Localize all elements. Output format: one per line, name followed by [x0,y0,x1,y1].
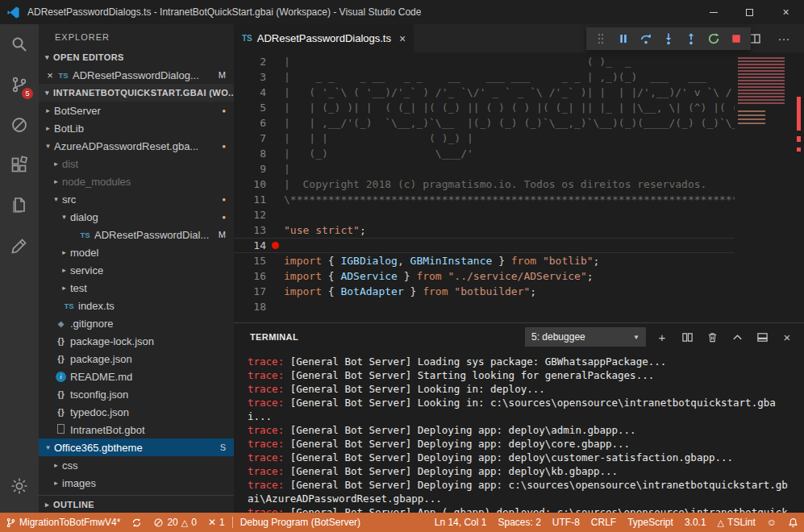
code-line-10[interactable]: 10| Copyright 2018 (c) pragmatismo.io. T… [234,177,735,192]
tree-item-dist[interactable]: ▸dist [39,155,234,172]
tree-item-model[interactable]: ▸model [39,243,234,261]
more-actions-icon[interactable]: ··· [775,30,793,48]
tree-item-botlib[interactable]: ▸BotLib [39,119,234,137]
chevron-right-icon[interactable]: ▸ [50,177,62,185]
restart-button[interactable] [702,27,725,50]
chevron-right-icon[interactable]: ▸ [58,284,70,292]
chevron-right-icon[interactable]: ▸ [58,266,70,274]
chevron-right-icon[interactable]: ▸ [42,124,54,132]
chevron-down-icon[interactable]: ▾ [50,195,62,203]
breakpoint-icon[interactable] [266,242,284,249]
line-number[interactable]: 10 [234,177,266,192]
tree-item-service[interactable]: ▸service [39,261,234,279]
debug-target-status[interactable]: Debug Program (BotServer) [235,513,366,532]
close-window-button[interactable]: × [768,0,804,24]
line-number[interactable]: 5 [234,100,266,115]
step-into-button[interactable] [657,27,680,50]
line-number[interactable]: 16 [234,268,266,284]
close-editor-icon[interactable]: × [44,69,56,81]
code-line-12[interactable]: 12 [234,207,735,222]
line-number[interactable]: 6 [234,115,266,131]
language-mode[interactable]: TypeScript [622,513,679,532]
chevron-down-icon[interactable]: ▾ [58,213,70,221]
tree-item-intranetbot-gbot[interactable]: IntranetBot.gbot [39,421,234,438]
eol-status[interactable]: CRLF [585,513,622,532]
line-number[interactable]: 17 [234,284,266,299]
tree-item-package-lock-json[interactable]: {}package-lock.json [39,332,234,350]
indentation-status[interactable]: Spaces: 2 [492,513,546,532]
close-panel-button[interactable]: × [778,328,796,346]
open-editor-item[interactable]: × TS ADResetPasswordDialog... M [39,66,234,84]
toggle-panel-button[interactable] [753,328,771,346]
settings-button[interactable] [0,466,39,506]
code-line-13[interactable]: 13"use strict"; [234,222,735,238]
code-line-8[interactable]: 8| (_) \___/' | [234,146,735,161]
code-line-7[interactable]: 7| | | ( )_) | | [234,131,735,146]
line-number[interactable]: 4 [234,85,266,100]
chevron-right-icon[interactable]: ▸ [58,248,70,256]
tree-item-gitignore[interactable]: ◆.gitignore [39,314,234,332]
search-view-button[interactable] [0,24,39,64]
line-number[interactable]: 14 [234,238,266,253]
git-branch-status[interactable]: MigrationToBotFmwV4* [0,513,126,532]
tree-item-office365-gbtheme[interactable]: ▾Office365.gbthemeS [39,438,234,456]
tree-item-tsconfig-json[interactable]: {}tsconfig.json [39,385,234,403]
tree-item-adresetpassworddial[interactable]: TSADResetPasswordDial...M [39,226,234,243]
tree-item-node-modules[interactable]: ▸node_modules [39,172,234,190]
code-line-17[interactable]: 17import { BotAdapter } from "botbuilder… [234,284,735,299]
ts-version[interactable]: 3.0.1 [679,513,712,532]
chevron-right-icon[interactable]: ▸ [50,160,62,168]
chevron-right-icon[interactable]: ▸ [42,106,54,114]
chevron-right-icon[interactable]: ▸ [50,461,62,469]
tab-adresetpassworddialogs[interactable]: TS ADResetPasswordDialogs.ts × [234,24,414,52]
tree-item-typedoc-json[interactable]: {}typedoc.json [39,403,234,421]
line-number[interactable]: 18 [234,299,266,314]
tree-item-index-ts[interactable]: TSindex.ts [39,297,234,314]
step-over-button[interactable] [635,27,657,50]
minimize-button[interactable] [695,0,731,24]
minimap[interactable] [735,52,793,322]
notifications-button[interactable] [782,513,804,532]
code-line-9[interactable]: 9| | [234,161,735,177]
cursor-position[interactable]: Ln 14, Col 1 [429,513,493,532]
split-terminal-button[interactable] [678,328,696,346]
line-number[interactable]: 12 [234,207,266,222]
code-line-4[interactable]: 4| ( '_`\ ( '__)/'_` ) /'_ `\/' _ ` _ `\… [234,85,735,100]
code-line-15[interactable]: 15import { IGBDialog, GBMinInstance } fr… [234,253,735,268]
tree-item-azureadpasswordreset-gba[interactable]: ▾AzureADPasswordReset.gba...● [39,137,234,155]
code-line-6[interactable]: 6| | ,__/'(_) `\__,_)`\__ |(_) (_) (_)`\… [234,115,735,131]
debug-view-button[interactable] [0,105,39,145]
chevron-down-icon[interactable]: ▾ [42,142,54,150]
terminal-tab[interactable]: TERMINAL [250,332,298,342]
files-view-button[interactable] [0,185,39,226]
workspace-section-header[interactable]: ▾ INTRANETBOTQUICKSTART.GBAI (WO... [39,84,234,102]
source-control-view-button[interactable]: 5 [0,64,39,105]
code-editor[interactable]: 2| ( )_ _ |3| _ _ _ __ _ _ __ ___ ___ _ … [234,52,804,322]
debug-toolbar-grip[interactable] [589,27,612,50]
code-line-18[interactable]: 18 [234,299,735,314]
code-line-3[interactable]: 3| _ _ _ __ _ _ __ ___ ___ _ _ | ,_)(_) … [234,69,735,85]
line-number[interactable]: 15 [234,253,266,268]
pause-button[interactable] [612,27,635,50]
line-number[interactable]: 2 [234,54,266,69]
problems-status[interactable]: 20 △ 0 [148,513,202,532]
tree-item-readme-md[interactable]: iREADME.md [39,368,234,385]
code-line-2[interactable]: 2| ( )_ _ | [234,54,735,69]
tree-item-src[interactable]: ▾src● [39,190,234,208]
tree-item-test[interactable]: ▸test [39,279,234,297]
tslint-status[interactable]: △ TSLint [712,513,761,532]
edit-view-button[interactable] [0,226,39,266]
kill-terminal-button[interactable] [703,328,721,346]
chevron-down-icon[interactable]: ▾ [42,443,54,451]
sync-status[interactable] [126,513,148,532]
stop-button[interactable] [725,27,748,50]
tree-item-dialog[interactable]: ▾dialog● [39,208,234,226]
line-number[interactable]: 8 [234,146,266,161]
terminal-output[interactable]: trace: [General Bot Server] Loading sys … [234,351,804,513]
maximize-panel-button[interactable] [728,328,746,346]
close-tab-icon[interactable]: × [399,32,406,45]
line-number[interactable]: 7 [234,131,266,146]
tree-item-css[interactable]: ▸css [39,456,234,474]
code-line-16[interactable]: 16import { ADService } from "../service/… [234,268,735,284]
code-line-11[interactable]: 11\*************************************… [234,192,735,207]
